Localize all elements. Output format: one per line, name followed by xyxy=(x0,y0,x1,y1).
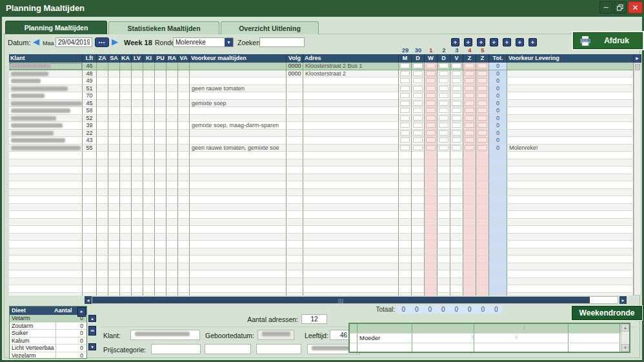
table-row[interactable]: 480000Kloosterstraat 20 xyxy=(9,70,634,78)
cell-meal-flag[interactable] xyxy=(97,145,108,152)
cell-day[interactable] xyxy=(425,77,438,85)
vertical-scrollbar-thumb[interactable] xyxy=(635,64,640,70)
cell-meal-flag[interactable] xyxy=(120,115,132,123)
table-row[interactable]: 700 xyxy=(9,92,634,100)
cell-meal-flag[interactable] xyxy=(143,137,155,145)
cell-meal-flag[interactable] xyxy=(108,85,120,93)
cell-meal-flag[interactable] xyxy=(155,63,166,70)
cell-day[interactable] xyxy=(412,85,425,93)
day-checkbox[interactable] xyxy=(465,86,474,91)
day-checkbox[interactable] xyxy=(465,63,474,68)
scroll-up-icon[interactable]: ▴ xyxy=(88,315,96,322)
day-checkbox[interactable] xyxy=(452,145,461,150)
cell-meal-flag[interactable] xyxy=(143,77,155,85)
day-checkbox[interactable] xyxy=(478,145,487,150)
day-checkbox[interactable] xyxy=(400,145,410,150)
cell-day[interactable] xyxy=(412,107,425,115)
cell-meal-flag[interactable] xyxy=(155,107,166,115)
table-row[interactable]: 490 xyxy=(9,77,634,85)
day-checkbox[interactable] xyxy=(439,123,448,128)
cell-day[interactable] xyxy=(438,130,450,137)
cell-meal-flag[interactable] xyxy=(178,70,190,78)
cell-day[interactable] xyxy=(412,77,425,85)
day-checkbox[interactable] xyxy=(413,145,423,150)
cell-meal-flag[interactable] xyxy=(120,92,132,100)
cell-meal-flag[interactable] xyxy=(132,107,143,115)
chevron-down-icon[interactable]: ▼ xyxy=(225,38,233,46)
day-checkbox[interactable] xyxy=(478,93,487,98)
cell-meal-flag[interactable] xyxy=(120,137,132,145)
cell-day[interactable] xyxy=(438,145,450,152)
cell-meal-flag[interactable] xyxy=(143,115,155,123)
cell-meal-flag[interactable] xyxy=(120,100,132,108)
day-checkbox[interactable] xyxy=(426,137,436,143)
cell-meal-flag[interactable] xyxy=(166,137,178,145)
day-checkbox[interactable] xyxy=(439,116,448,121)
cell-day[interactable] xyxy=(450,77,463,85)
cell-meal-flag[interactable] xyxy=(166,130,178,137)
cell-day[interactable] xyxy=(463,70,476,78)
cell-meal-flag[interactable] xyxy=(155,85,166,93)
cell-meal-flag[interactable] xyxy=(178,122,190,130)
day-checkbox[interactable] xyxy=(478,123,487,128)
cell-meal-flag[interactable] xyxy=(120,85,132,93)
cell-day[interactable] xyxy=(450,145,463,152)
cell-meal-flag[interactable] xyxy=(155,115,166,123)
dieet-row[interactable]: Suiker0 xyxy=(10,330,86,337)
day-checkbox[interactable] xyxy=(413,93,423,98)
prijscategorie-field-3[interactable] xyxy=(256,344,301,354)
cell-day[interactable] xyxy=(412,115,425,123)
cell-meal-flag[interactable] xyxy=(108,137,120,145)
cell-meal-flag[interactable] xyxy=(166,115,178,123)
cell-meal-flag[interactable] xyxy=(120,107,132,115)
cell-meal-flag[interactable] xyxy=(132,100,143,108)
cell-meal-flag[interactable] xyxy=(120,70,132,78)
day-checkbox[interactable] xyxy=(478,71,487,76)
date-input[interactable] xyxy=(55,37,92,47)
day-checkbox[interactable] xyxy=(452,78,461,83)
day-checkbox[interactable] xyxy=(452,86,461,91)
cell-day[interactable] xyxy=(438,107,450,115)
day-checkbox[interactable] xyxy=(439,86,448,91)
day-checkbox[interactable] xyxy=(452,101,461,106)
cell-day[interactable] xyxy=(412,122,425,130)
cell-meal-flag[interactable] xyxy=(120,122,132,130)
contact-row[interactable] xyxy=(350,324,629,334)
cell-day[interactable] xyxy=(425,145,438,152)
day-checkbox[interactable] xyxy=(413,108,423,113)
day-checkbox[interactable] xyxy=(452,71,461,76)
cell-day[interactable] xyxy=(476,70,489,78)
day-checkbox[interactable] xyxy=(478,78,487,83)
day-checkbox[interactable] xyxy=(400,137,410,143)
cell-meal-flag[interactable] xyxy=(166,70,178,78)
cell-meal-flag[interactable] xyxy=(108,77,120,85)
cell-day[interactable] xyxy=(399,137,412,145)
cell-day[interactable] xyxy=(425,130,438,137)
cell-meal-flag[interactable] xyxy=(143,100,155,108)
day-checkbox[interactable] xyxy=(465,116,474,121)
cell-meal-flag[interactable] xyxy=(97,63,108,70)
cell-day[interactable] xyxy=(425,92,438,100)
table-row[interactable]: 55geen rauwe tomaten, gemixte soe0Molenr… xyxy=(9,145,634,152)
cell-meal-flag[interactable] xyxy=(155,92,166,100)
cell-day[interactable] xyxy=(476,107,489,115)
cell-day[interactable] xyxy=(476,137,489,145)
dieet-row[interactable]: Vezelarm0 xyxy=(10,352,86,359)
day-checkbox[interactable] xyxy=(426,71,436,76)
cell-day[interactable] xyxy=(399,77,412,85)
cell-meal-flag[interactable] xyxy=(97,137,108,145)
cell-day[interactable] xyxy=(463,137,476,145)
cell-meal-flag[interactable] xyxy=(132,145,143,152)
close-button[interactable]: ✕ xyxy=(628,1,643,14)
cell-meal-flag[interactable] xyxy=(178,85,190,93)
cell-day[interactable] xyxy=(476,63,489,70)
table-row[interactable]: 580 xyxy=(9,107,634,115)
day-checkbox[interactable] xyxy=(465,71,474,76)
cell-meal-flag[interactable] xyxy=(132,137,143,145)
day-checkbox[interactable] xyxy=(478,137,487,143)
cell-day[interactable] xyxy=(399,130,412,137)
add-day-button[interactable]: + xyxy=(528,38,537,46)
cell-meal-flag[interactable] xyxy=(97,107,108,115)
day-checkbox[interactable] xyxy=(426,116,436,121)
cell-meal-flag[interactable] xyxy=(143,85,155,93)
